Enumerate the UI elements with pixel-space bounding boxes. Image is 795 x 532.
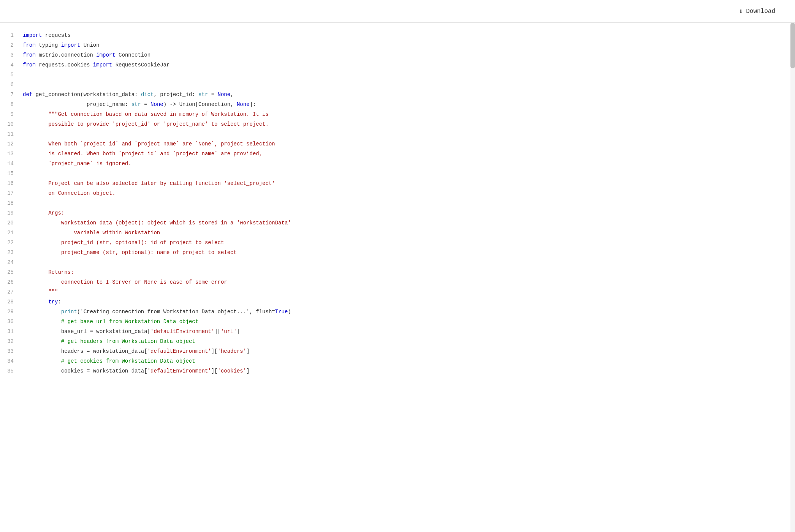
- line-number: 5: [0, 70, 23, 80]
- line-content: variable within Workstation: [23, 228, 795, 238]
- download-button[interactable]: ⬇ Download: [734, 4, 780, 19]
- line-number: 16: [0, 178, 23, 188]
- line-number: 7: [0, 90, 23, 99]
- line-number: 23: [0, 248, 23, 257]
- table-row: 15: [0, 169, 795, 178]
- line-number: 21: [0, 228, 23, 238]
- table-row: 3from mstrio.connection import Connectio…: [0, 50, 795, 60]
- line-number: 8: [0, 99, 23, 109]
- table-row: 35 cookies = workstation_data['defaultEn…: [0, 366, 795, 376]
- line-content: [23, 129, 795, 139]
- table-row: 27 """: [0, 287, 795, 297]
- line-content: When both `project_id` and `project_name…: [23, 139, 795, 149]
- table-row: 11: [0, 129, 795, 139]
- table-row: 30 # get base url from Workstation Data …: [0, 317, 795, 327]
- line-content: # get headers from Workstation Data obje…: [23, 336, 795, 346]
- line-content: Returns:: [23, 267, 795, 277]
- line-number: 4: [0, 60, 23, 70]
- line-content: [23, 80, 795, 90]
- line-number: 29: [0, 307, 23, 317]
- line-content: """: [23, 287, 795, 297]
- line-number: 22: [0, 238, 23, 248]
- line-content: connection to I-Server or None is case o…: [23, 277, 795, 287]
- line-number: 10: [0, 119, 23, 129]
- line-content: `project_name` is ignored.: [23, 159, 795, 169]
- line-content: from requests.cookies import RequestsCoo…: [23, 60, 795, 70]
- line-number: 20: [0, 218, 23, 228]
- line-number: 1: [0, 30, 23, 40]
- line-number: 3: [0, 50, 23, 60]
- scrollbar-thumb[interactable]: [790, 23, 795, 68]
- table-row: 34 # get cookies from Workstation Data o…: [0, 356, 795, 366]
- line-content: workstation_data (object): object which …: [23, 218, 795, 228]
- line-content: project_name: str = None) -> Union[Conne…: [23, 99, 795, 109]
- line-content: Project can be also selected later by ca…: [23, 178, 795, 188]
- line-number: 18: [0, 198, 23, 208]
- table-row: 32 # get headers from Workstation Data o…: [0, 336, 795, 346]
- top-bar: ⬇ Download: [0, 0, 795, 23]
- line-content: headers = workstation_data['defaultEnvir…: [23, 346, 795, 356]
- table-row: 9 """Get connection based on data saved …: [0, 109, 795, 119]
- line-content: # get cookies from Workstation Data obje…: [23, 356, 795, 366]
- table-row: 33 headers = workstation_data['defaultEn…: [0, 346, 795, 356]
- table-row: 18: [0, 198, 795, 208]
- line-number: 34: [0, 356, 23, 366]
- line-content: from mstrio.connection import Connection: [23, 50, 795, 60]
- line-content: """Get connection based on data saved in…: [23, 109, 795, 119]
- table-row: 25 Returns:: [0, 267, 795, 277]
- line-content: [23, 198, 795, 208]
- line-content: try:: [23, 297, 795, 307]
- table-row: 6: [0, 80, 795, 90]
- line-number: 19: [0, 208, 23, 218]
- table-row: 5: [0, 70, 795, 80]
- line-content: cookies = workstation_data['defaultEnvir…: [23, 366, 795, 376]
- code-view: 1import requests2from typing import Unio…: [0, 30, 795, 376]
- line-content: from typing import Union: [23, 40, 795, 50]
- table-row: 22 project_id (str, optional): id of pro…: [0, 238, 795, 248]
- table-row: 23 project_name (str, optional): name of…: [0, 248, 795, 257]
- line-content: project_id (str, optional): id of projec…: [23, 238, 795, 248]
- line-number: 33: [0, 346, 23, 356]
- line-content: def get_connection(workstation_data: dic…: [23, 90, 795, 99]
- table-row: 19 Args:: [0, 208, 795, 218]
- table-row: 24: [0, 257, 795, 267]
- line-number: 35: [0, 366, 23, 376]
- line-content: on Connection object.: [23, 188, 795, 198]
- line-number: 32: [0, 336, 23, 346]
- table-row: 20 workstation_data (object): object whi…: [0, 218, 795, 228]
- table-row: 1import requests: [0, 30, 795, 40]
- line-content: print('Creating connection from Workstat…: [23, 307, 795, 317]
- line-content: possible to provide 'project_id' or 'pro…: [23, 119, 795, 129]
- line-number: 25: [0, 267, 23, 277]
- line-number: 27: [0, 287, 23, 297]
- line-content: import requests: [23, 30, 795, 40]
- table-row: 14 `project_name` is ignored.: [0, 159, 795, 169]
- line-number: 26: [0, 277, 23, 287]
- table-row: 16 Project can be also selected later by…: [0, 178, 795, 188]
- table-row: 2from typing import Union: [0, 40, 795, 50]
- table-row: 8 project_name: str = None) -> Union[Con…: [0, 99, 795, 109]
- table-row: 10 possible to provide 'project_id' or '…: [0, 119, 795, 129]
- line-content: [23, 169, 795, 178]
- line-number: 2: [0, 40, 23, 50]
- download-icon: ⬇: [739, 7, 743, 16]
- line-number: 13: [0, 149, 23, 159]
- line-number: 24: [0, 257, 23, 267]
- table-row: 26 connection to I-Server or None is cas…: [0, 277, 795, 287]
- download-label: Download: [746, 8, 775, 15]
- line-content: [23, 70, 795, 80]
- line-number: 12: [0, 139, 23, 149]
- line-number: 15: [0, 169, 23, 178]
- table-row: 12 When both `project_id` and `project_n…: [0, 139, 795, 149]
- table-row: 17 on Connection object.: [0, 188, 795, 198]
- line-number: 28: [0, 297, 23, 307]
- scrollbar-track[interactable]: [790, 23, 795, 532]
- line-content: # get base url from Workstation Data obj…: [23, 317, 795, 327]
- code-container: 1import requests2from typing import Unio…: [0, 23, 795, 384]
- line-content: project_name (str, optional): name of pr…: [23, 248, 795, 257]
- line-content: [23, 257, 795, 267]
- line-content: is cleared. When both `project_id` and `…: [23, 149, 795, 159]
- table-row: 31 base_url = workstation_data['defaultE…: [0, 327, 795, 336]
- line-number: 14: [0, 159, 23, 169]
- table-row: 28 try:: [0, 297, 795, 307]
